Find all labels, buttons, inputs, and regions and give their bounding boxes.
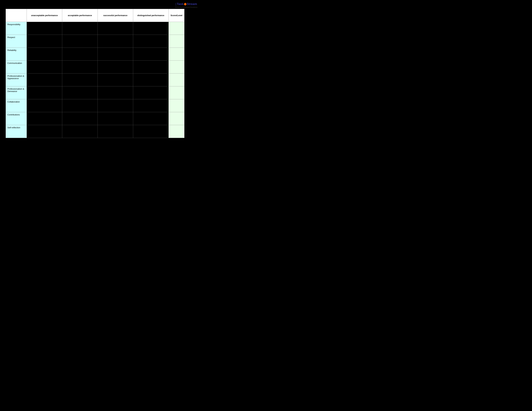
cell-content [133, 74, 169, 86]
logo-task: Task [177, 2, 184, 6]
row-label-professionalism-&-demeanor: Professionalism & Demeanor [6, 86, 27, 99]
cell-content [27, 125, 62, 138]
cell-content [27, 86, 62, 99]
cell-content [133, 86, 169, 99]
row-label-reliability: Reliability [6, 48, 27, 61]
header-acceptable: acceptable performance [62, 9, 98, 22]
row-label-self-reflection: Self-reflection [6, 125, 27, 138]
cell-content [98, 35, 133, 48]
cell-content [27, 99, 62, 112]
cell-content [27, 74, 62, 86]
cell-content [62, 35, 98, 48]
cell-content [133, 99, 169, 112]
table-row: Responsibility [6, 22, 184, 35]
logo-dot: ◆ [184, 2, 187, 6]
cell-content [98, 22, 133, 35]
cell-content [62, 61, 98, 74]
cell-content [27, 22, 62, 35]
cell-content [27, 48, 62, 61]
score-cell[interactable] [169, 112, 184, 125]
cell-content [27, 112, 62, 125]
score-cell[interactable] [169, 48, 184, 61]
cell-content [62, 99, 98, 112]
logo-tagline: Advancing Assessment Excellence [175, 6, 198, 8]
rubric-table: unacceptable performance acceptable perf… [6, 9, 184, 138]
score-cell[interactable] [169, 35, 184, 48]
cell-content [133, 48, 169, 61]
row-label-collaboration: Collaboration [6, 99, 27, 112]
table-row: Respect [6, 35, 184, 48]
score-cell[interactable] [169, 74, 184, 86]
table-row: Collaboration [6, 99, 184, 112]
score-cell[interactable] [169, 61, 184, 74]
table-row: Reliability [6, 48, 184, 61]
cell-content [98, 48, 133, 61]
cell-content [133, 61, 169, 74]
cell-content [98, 125, 133, 138]
row-label-responsibility: Responsibility [6, 22, 27, 35]
score-cell[interactable] [169, 86, 184, 99]
header-distinguished: distinguished performance [133, 9, 169, 22]
cell-content [98, 61, 133, 74]
row-label-contributions: Contributions [6, 112, 27, 125]
cell-content [133, 125, 169, 138]
cell-content [27, 61, 62, 74]
table-row: Contributions [6, 112, 184, 125]
cell-content [62, 22, 98, 35]
cell-content [98, 86, 133, 99]
logo-pipe: | [176, 2, 176, 6]
cell-content [62, 48, 98, 61]
row-label-respect: Respect [6, 35, 27, 48]
cell-content [133, 22, 169, 35]
score-cell[interactable] [169, 99, 184, 112]
logo: | Task ◆ Stream Advancing Assessment Exc… [175, 2, 198, 8]
table-row: Professionalism & Demeanor [6, 86, 184, 99]
cell-content [133, 112, 169, 125]
table-row: Professionalism & Appearance [6, 74, 184, 86]
cell-content [62, 112, 98, 125]
cell-content [133, 35, 169, 48]
header-label-col [6, 9, 27, 22]
table-row: Communication [6, 61, 184, 74]
cell-content [98, 74, 133, 86]
header-score: Score/Level [169, 9, 184, 22]
cell-content [98, 112, 133, 125]
logo-stream: Stream [187, 2, 197, 6]
score-cell[interactable] [169, 125, 184, 138]
cell-content [98, 99, 133, 112]
row-label-communication: Communication [6, 61, 27, 74]
cell-content [62, 74, 98, 86]
header-unacceptable: unacceptable performance [27, 9, 62, 22]
row-label-professionalism-&-appearance: Professionalism & Appearance [6, 74, 27, 86]
cell-content [62, 86, 98, 99]
score-cell[interactable] [169, 22, 184, 35]
cell-content [62, 125, 98, 138]
table-row: Self-reflection [6, 125, 184, 138]
header-successful: successful performance [98, 9, 133, 22]
cell-content [27, 35, 62, 48]
